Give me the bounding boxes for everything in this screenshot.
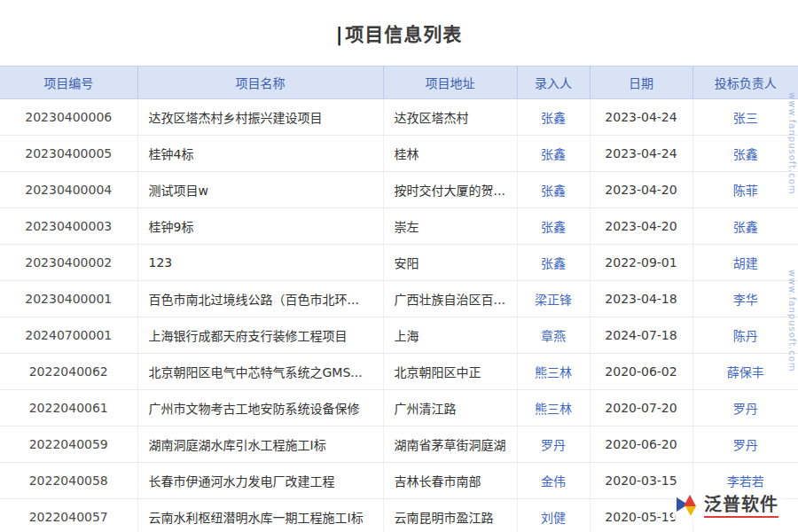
cell-project-id: 2022040059 xyxy=(0,426,137,463)
cell-project-id: 2022040061 xyxy=(0,390,137,426)
cell-bid-manager[interactable]: 罗丹 xyxy=(692,390,798,426)
cell-date: 2023-04-24 xyxy=(590,136,692,172)
table-row[interactable]: 20230400006达孜区塔杰村乡村振兴建设项目达孜区塔杰村张鑫2023-04… xyxy=(0,99,798,136)
column-header-project-name: 项目名称 xyxy=(137,66,383,99)
cell-date: 2023-04-20 xyxy=(590,208,692,245)
table-row[interactable]: 2022040061广州市文物考古工地安防系统设备保修广州清江路熊三林2020-… xyxy=(0,390,798,426)
column-header-bid-manager: 投标负责人 xyxy=(692,66,798,99)
cell-bid-manager[interactable]: 李华 xyxy=(692,281,798,317)
cell-project-name: 123 xyxy=(137,245,383,281)
brand-watermark: 泛普软件 xyxy=(673,493,782,520)
column-header-entry-person: 录入人 xyxy=(517,66,590,99)
cell-date: 2020-07-20 xyxy=(590,390,692,426)
brand-name-text: 泛普软件 xyxy=(704,496,778,514)
cell-project-address: 崇左 xyxy=(383,208,517,245)
cell-project-address: 云南昆明市盈江路 xyxy=(383,499,517,532)
cell-project-id: 20230400004 xyxy=(0,172,137,208)
cell-project-name: 测试项目w xyxy=(137,172,383,208)
cell-entry-person[interactable]: 张鑫 xyxy=(517,136,590,172)
cell-project-name: 桂钟9标 xyxy=(137,208,383,245)
cell-date: 2022-09-01 xyxy=(590,245,692,281)
cell-entry-person[interactable]: 张鑫 xyxy=(517,172,590,208)
cell-date: 2023-04-24 xyxy=(590,99,692,136)
cell-entry-person[interactable]: 章燕 xyxy=(517,317,590,354)
cell-entry-person[interactable]: 张鑫 xyxy=(517,245,590,281)
cell-project-address: 吉林长春市南部 xyxy=(383,463,517,499)
cell-project-name: 云南水利枢纽潜明水库一期工程施工I标 xyxy=(137,499,383,532)
table-row[interactable]: 20230400001百色市南北过境线公路（百色市北环...广西壮族自治区百..… xyxy=(0,281,798,317)
cell-project-id: 20240700001 xyxy=(0,317,137,354)
cell-project-name: 长春市伊通河水力发电厂改建工程 xyxy=(137,463,383,499)
cell-project-id: 2022040057 xyxy=(0,499,137,532)
cell-project-name: 百色市南北过境线公路（百色市北环... xyxy=(137,281,383,317)
page-title-text: 项目信息列表 xyxy=(345,24,462,45)
cell-bid-manager[interactable]: 薛保丰 xyxy=(692,354,798,390)
cell-project-id: 20230400002 xyxy=(0,245,137,281)
cell-project-id: 20230400003 xyxy=(0,208,137,245)
cell-bid-manager[interactable]: 张鑫 xyxy=(692,136,798,172)
cell-entry-person[interactable]: 刘健 xyxy=(517,499,590,532)
cell-date: 2023-04-20 xyxy=(590,172,692,208)
table-row[interactable]: 20230400002123安阳张鑫2022-09-01胡建 xyxy=(0,245,798,281)
title-caret-mark: | xyxy=(336,24,344,45)
cell-entry-person[interactable]: 张鑫 xyxy=(517,208,590,245)
cell-project-address: 广州清江路 xyxy=(383,390,517,426)
cell-date: 2024-07-18 xyxy=(590,317,692,354)
table-row[interactable]: 20230400004测试项目w按时交付大厦的贺...张鑫2023-04-20陈… xyxy=(0,172,798,208)
table-row[interactable]: 20240700001上海银行成都天府支行装修工程项目上海章燕2024-07-1… xyxy=(0,317,798,354)
cell-project-address: 按时交付大厦的贺... xyxy=(383,172,517,208)
cell-project-name: 北京朝阳区电气中芯特气系统之GMS... xyxy=(137,354,383,390)
cell-project-name: 上海银行成都天府支行装修工程项目 xyxy=(137,317,383,354)
cell-entry-person[interactable]: 熊三林 xyxy=(517,354,590,390)
cell-project-name: 湖南洞庭湖水库引水工程施工I标 xyxy=(137,426,383,463)
brand-logo-icon xyxy=(677,495,700,518)
page-title: |项目信息列表 xyxy=(336,20,463,46)
cell-project-name: 广州市文物考古工地安防系统设备保修 xyxy=(137,390,383,426)
cell-bid-manager[interactable]: 张三 xyxy=(692,99,798,136)
cell-project-id: 2022040062 xyxy=(0,354,137,390)
cell-bid-manager[interactable]: 罗丹 xyxy=(692,426,798,463)
cell-bid-manager[interactable]: 陈菲 xyxy=(692,172,798,208)
cell-bid-manager[interactable]: 胡建 xyxy=(692,245,798,281)
cell-bid-manager[interactable]: 陈丹 xyxy=(692,317,798,354)
cell-project-address: 北京朝阳区中正 xyxy=(383,354,517,390)
title-bar: |项目信息列表 xyxy=(0,0,798,66)
brand-underline xyxy=(704,516,778,518)
cell-date: 2020-06-20 xyxy=(590,426,692,463)
column-header-date: 日期 xyxy=(590,66,692,99)
column-header-project-id: 项目编号 xyxy=(0,66,137,99)
cell-project-address: 桂林 xyxy=(383,136,517,172)
cell-project-address: 上海 xyxy=(383,317,517,354)
project-info-table: 项目编号 项目名称 项目地址 录入人 日期 投标负责人 20230400006达… xyxy=(0,66,798,532)
table-row[interactable]: 2022040062北京朝阳区电气中芯特气系统之GMS...北京朝阳区中正熊三林… xyxy=(0,354,798,390)
cell-entry-person[interactable]: 张鑫 xyxy=(517,99,590,136)
cell-project-name: 达孜区塔杰村乡村振兴建设项目 xyxy=(137,99,383,136)
cell-project-address: 达孜区塔杰村 xyxy=(383,99,517,136)
cell-bid-manager[interactable]: 张鑫 xyxy=(692,208,798,245)
cell-project-id: 2022040058 xyxy=(0,463,137,499)
table-body: 20230400006达孜区塔杰村乡村振兴建设项目达孜区塔杰村张鑫2023-04… xyxy=(0,99,798,532)
cell-project-address: 湖南省茅草街洞庭湖 xyxy=(383,426,517,463)
table-row[interactable]: 2022040059湖南洞庭湖水库引水工程施工I标湖南省茅草街洞庭湖罗丹2020… xyxy=(0,426,798,463)
cell-entry-person[interactable]: 熊三林 xyxy=(517,390,590,426)
cell-project-id: 20230400001 xyxy=(0,281,137,317)
table-row[interactable]: 20230400005桂钟4标桂林张鑫2023-04-24张鑫 xyxy=(0,136,798,172)
cell-project-address: 安阳 xyxy=(383,245,517,281)
cell-project-id: 20230400006 xyxy=(0,99,137,136)
table-row[interactable]: 20230400003桂钟9标崇左张鑫2023-04-20张鑫 xyxy=(0,208,798,245)
cell-date: 2020-06-02 xyxy=(590,354,692,390)
column-header-project-address: 项目地址 xyxy=(383,66,517,99)
cell-entry-person[interactable]: 梁正锋 xyxy=(517,281,590,317)
cell-entry-person[interactable]: 罗丹 xyxy=(517,426,590,463)
table-header: 项目编号 项目名称 项目地址 录入人 日期 投标负责人 xyxy=(0,66,798,99)
cell-date: 2023-04-18 xyxy=(590,281,692,317)
cell-project-id: 20230400005 xyxy=(0,136,137,172)
cell-project-name: 桂钟4标 xyxy=(137,136,383,172)
cell-project-address: 广西壮族自治区百... xyxy=(383,281,517,317)
cell-entry-person[interactable]: 金伟 xyxy=(517,463,590,499)
